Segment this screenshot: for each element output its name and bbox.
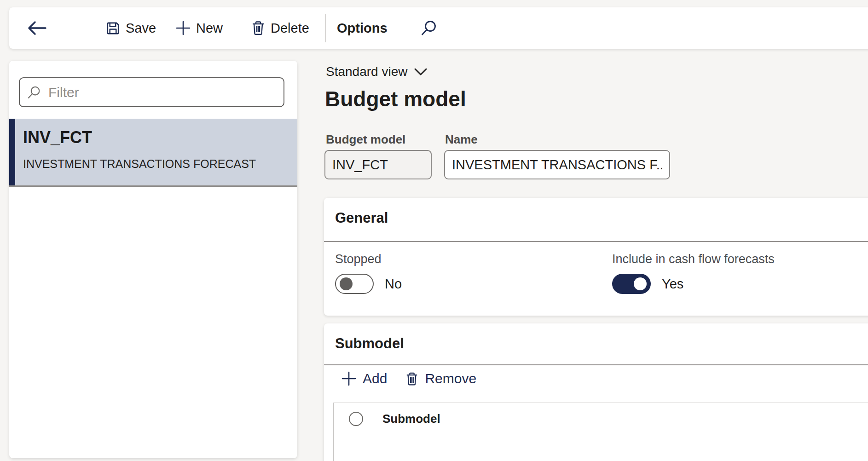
delete-button[interactable]: Delete	[251, 7, 309, 49]
action-pane: Save New Delete Options	[9, 7, 868, 49]
submodel-grid: Submodel	[333, 403, 868, 461]
new-label: New	[196, 21, 223, 36]
action-pane-menu-button[interactable]	[49, 7, 87, 49]
options-menu-button[interactable]: Options	[337, 7, 388, 49]
remove-label: Remove	[425, 371, 476, 386]
add-button[interactable]: Add	[341, 371, 387, 386]
stopped-state: No	[385, 277, 402, 292]
filter-input[interactable]	[48, 85, 276, 100]
search-icon	[421, 20, 437, 36]
back-button[interactable]	[25, 7, 49, 49]
save-button[interactable]: Save	[106, 7, 156, 49]
include-cash-flow-label: Include in cash flow forecasts	[612, 252, 775, 266]
name-field-label: Name	[445, 133, 478, 147]
general-section: General Stopped No Include in cash flow …	[324, 198, 868, 316]
stopped-label: Stopped	[335, 252, 402, 266]
toggle-knob	[634, 277, 647, 290]
view-selector[interactable]: Standard view	[326, 63, 428, 80]
budget-model-field[interactable]	[324, 150, 432, 179]
section-divider	[324, 364, 868, 365]
section-divider	[324, 241, 868, 242]
grid-header-row: Submodel	[334, 403, 868, 435]
general-section-title: General	[335, 210, 388, 226]
options-label: Options	[337, 21, 388, 36]
add-label: Add	[363, 371, 387, 386]
page-title: Budget model	[325, 86, 466, 111]
include-cash-flow-state: Yes	[662, 277, 683, 292]
grid-toolbar: Add Remove	[341, 371, 476, 386]
list-item-name: INVESTMENT TRANSACTIONS FORECAST	[23, 157, 256, 171]
hamburger-icon	[67, 20, 81, 22]
list-filter-box	[19, 77, 284, 107]
stopped-field: Stopped No	[335, 252, 402, 294]
save-floppy-icon	[106, 21, 120, 35]
stopped-toggle[interactable]	[335, 274, 374, 294]
include-cash-flow-toggle[interactable]	[612, 274, 651, 294]
submodel-section-title: Submodel	[335, 335, 404, 352]
selection-accent-bar	[9, 119, 15, 185]
list-item-id: INV_FCT	[23, 128, 92, 147]
view-selector-label: Standard view	[326, 64, 407, 79]
remove-button[interactable]: Remove	[405, 371, 476, 386]
toggle-knob	[340, 277, 353, 290]
include-cash-flow-field: Include in cash flow forecasts Yes	[612, 252, 775, 294]
toolbar-search-button[interactable]	[416, 7, 442, 49]
select-all-radio[interactable]	[349, 412, 363, 426]
budget-model-field-label: Budget model	[326, 133, 405, 147]
toolbar-separator	[325, 14, 326, 42]
back-arrow-icon	[27, 20, 46, 36]
submodel-section: Submodel Add Remove Submodel	[324, 323, 868, 461]
trash-icon	[251, 21, 265, 35]
submodel-column-header: Submodel	[382, 412, 440, 426]
save-label: Save	[126, 21, 156, 36]
budget-model-page: { "toolbar": { "back_icon": "arrow-left"…	[0, 0, 868, 461]
chevron-down-icon	[414, 67, 428, 77]
list-item-inv-fct[interactable]: INV_FCT INVESTMENT TRANSACTIONS FORECAST	[9, 119, 297, 187]
plus-icon	[341, 371, 356, 386]
grid-empty-row[interactable]	[334, 435, 868, 461]
new-button[interactable]: New	[176, 7, 223, 49]
plus-icon	[176, 21, 191, 35]
record-list-panel: INV_FCT INVESTMENT TRANSACTIONS FORECAST	[9, 61, 297, 458]
filter-search-icon	[27, 86, 41, 99]
delete-label: Delete	[271, 21, 309, 36]
trash-icon	[405, 372, 418, 386]
name-field[interactable]	[444, 150, 670, 179]
